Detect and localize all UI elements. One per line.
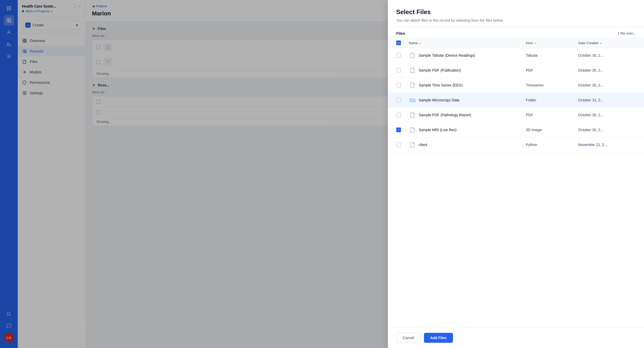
file-checkbox-7[interactable] [396, 142, 401, 147]
file-date-7: November 21, 2... [578, 143, 636, 147]
file-checkbox-5[interactable] [396, 113, 401, 117]
modal-header: Select Files You can attach files to thi… [388, 0, 644, 27]
kind-column-header[interactable]: Kind ▲ [526, 40, 578, 45]
file-table-header: — Name ▲ Kind ▲ Date Created ▲ [388, 38, 644, 48]
file-kind-7: Python [526, 143, 578, 147]
file-kind-2: PDF [526, 68, 578, 72]
file-icon-1 [409, 52, 416, 59]
files-selected-count: 1 file sele... [618, 31, 636, 35]
file-kind-4: Folder [526, 98, 578, 102]
file-checkbox-3[interactable] [396, 83, 401, 88]
file-table: — Name ▲ Kind ▲ Date Created ▲ [388, 38, 644, 327]
file-icon-2 [409, 67, 416, 74]
select-files-modal: Select Files You can attach files to thi… [388, 0, 644, 348]
name-column-header[interactable]: Name ▲ [409, 40, 526, 45]
date-column-header[interactable]: Date Created ▲ [578, 40, 636, 45]
file-name-cell-2: Sample PDF (Publication) [409, 67, 526, 74]
file-row[interactable]: client Python November 21, 2... [388, 137, 644, 152]
file-kind-5: PDF [526, 113, 578, 117]
file-date-2: October 30, 2... [578, 68, 636, 72]
file-icon-3 [409, 82, 416, 89]
file-date-1: October 30, 2... [578, 53, 636, 57]
file-name-cell-5: Sample PDF (Pathology Report) [409, 111, 526, 119]
file-checkbox-6[interactable]: ✓ [396, 127, 401, 132]
modal-files-label: Files 1 file sele... [388, 27, 644, 38]
file-kind-1: Tabular [526, 53, 578, 57]
file-name-cell-4: Sample Microscopy Data [409, 96, 526, 104]
date-sort-arrow: ▲ [599, 42, 602, 44]
modal-overlay[interactable]: Select Files You can attach files to thi… [0, 0, 644, 348]
folder-icon-4 [409, 96, 416, 104]
file-checkbox-1[interactable] [396, 53, 401, 58]
file-icon-5 [409, 111, 416, 119]
file-icon-6 [409, 126, 416, 134]
select-all-checkbox[interactable]: — [396, 40, 401, 45]
file-name-cell-6: Sample MRI (Low Res) [409, 126, 526, 134]
file-name-cell-3: Sample Time Series (EEG) [409, 82, 526, 89]
cancel-button[interactable]: Cancel [396, 333, 421, 343]
add-files-button[interactable]: Add Files [424, 333, 453, 343]
file-row[interactable]: Sample Time Series (EEG) Timeseries Octo… [388, 78, 644, 93]
file-date-6: October 30, 2... [578, 128, 636, 132]
file-row[interactable]: ✓ Sample MRI (Low Res) 3D Image October … [388, 123, 644, 137]
file-row[interactable]: Sample Microscopy Data Folder October 31… [388, 93, 644, 108]
file-name-cell-1: Sample Tabular (Device Readings) [409, 52, 526, 59]
kind-sort-arrow: ▲ [534, 42, 536, 44]
modal-title: Select Files [396, 8, 636, 16]
file-checkbox-2[interactable] [396, 68, 401, 73]
file-kind-3: Timeseries [526, 83, 578, 87]
file-name-cell-7: client [409, 141, 526, 148]
file-icon-7 [409, 141, 416, 148]
file-date-4: October 31, 2... [578, 98, 636, 102]
modal-subtitle: You can attach files to this record by s… [396, 18, 636, 22]
name-sort-arrow: ▲ [419, 42, 422, 44]
file-kind-6: 3D Image [526, 128, 578, 132]
file-row[interactable]: Sample Tabular (Device Readings) Tabular… [388, 48, 644, 63]
file-row[interactable]: Sample PDF (Pathology Report) PDF Octobe… [388, 108, 644, 123]
file-date-5: October 30, 2... [578, 113, 636, 117]
file-date-3: October 30, 2... [578, 83, 636, 87]
file-checkbox-4[interactable] [396, 98, 401, 102]
file-row[interactable]: Sample PDF (Publication) PDF October 30,… [388, 63, 644, 78]
modal-footer: Cancel Add Files [388, 327, 644, 348]
